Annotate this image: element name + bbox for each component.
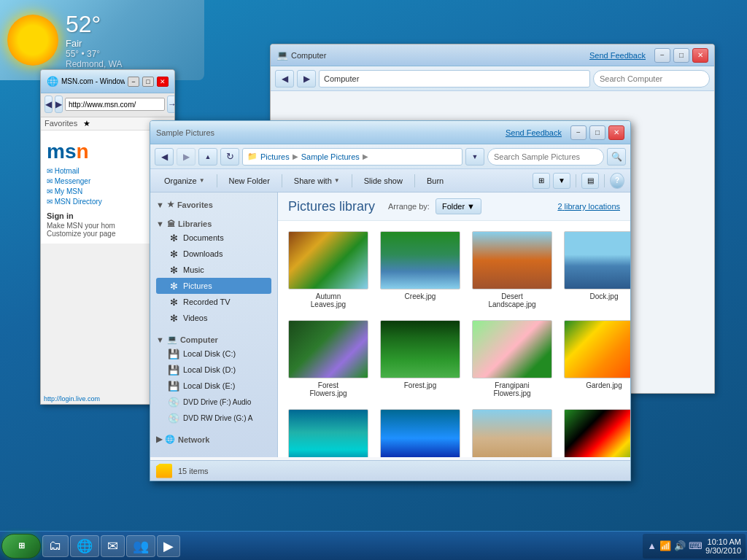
dvdrw-g-label: DVD RW Drive (G:) A [183, 414, 252, 422]
pictures-maximize-button[interactable]: □ [589, 125, 605, 140]
pictures-path-pictures[interactable]: Pictures [260, 152, 290, 161]
taskbar-item-media[interactable]: ▶ [157, 535, 180, 557]
sidebar-item-local-disk-e[interactable]: 💾 Local Disk (E:) [156, 378, 271, 394]
computer-close-button[interactable]: ✕ [692, 48, 708, 63]
ie-favorites-label[interactable]: Favorites [44, 119, 77, 128]
ie-forward-button[interactable]: ▶ [55, 96, 63, 113]
photo-item-autumn-leaves[interactable]: AutumnLeaves.jpg [285, 228, 371, 311]
nav-pane: ▼ ★ Favorites ▼ 🏛 Libraries ✻ [150, 192, 278, 457]
pictures-search-button[interactable]: 🔍 [607, 148, 626, 166]
libraries-section: ▼ 🏛 Libraries ✻ Documents ✻ Downloads [150, 212, 277, 327]
organize-button[interactable]: Organize ▼ [156, 172, 213, 190]
sidebar-item-dvd-rw-g[interactable]: 💿 DVD RW Drive (G:) A [156, 410, 271, 426]
photo-item-forest-flowers[interactable]: ForestFlowers.jpg [285, 317, 371, 400]
ie-go-button[interactable]: → [167, 96, 175, 113]
computer-search-input[interactable] [593, 70, 710, 88]
computer-forward-button[interactable]: ▶ [297, 70, 316, 88]
pictures-browse-button[interactable]: ▼ [465, 148, 484, 166]
clock-time: 10:10 AM [705, 537, 741, 546]
share-arrow: ▼ [334, 177, 340, 184]
sidebar-item-videos[interactable]: ✻ Videos [156, 310, 271, 326]
pictures-address-bar[interactable]: 📁 Pictures ▶ Sample Pictures ▶ [242, 148, 462, 166]
computer-location: Computer [324, 74, 359, 83]
pictures-nav-bar: ◀ ▶ ▲ ↻ 📁 Pictures ▶ Sample Pictures ▶ ▼… [150, 144, 630, 169]
tray-arrow-icon[interactable]: ▲ [647, 540, 657, 551]
libraries-header[interactable]: ▼ 🏛 Libraries [156, 217, 271, 230]
tray-network-icon[interactable]: 📶 [659, 540, 671, 551]
photo-item-garden[interactable]: Garden.jpg [561, 317, 630, 400]
pictures-forward-button[interactable]: ▶ [177, 148, 196, 166]
sidebar-item-documents[interactable]: ✻ Documents [156, 230, 271, 246]
pictures-minimize-button[interactable]: − [570, 125, 587, 140]
ie-minimize-button[interactable]: − [128, 77, 139, 87]
share-with-button[interactable]: Share with ▼ [286, 172, 348, 190]
library-locations-link[interactable]: 2 library locations [557, 202, 620, 211]
sidebar-item-local-disk-d[interactable]: 💾 Local Disk (D:) [156, 362, 271, 378]
photo-item-creek[interactable]: Creek.jpg [377, 228, 463, 311]
photo-label-forest: Forest.jpg [404, 381, 436, 389]
pictures-up-button[interactable]: ▲ [198, 148, 217, 166]
weather-condition: Fair [66, 38, 123, 49]
taskbar-item-explorer[interactable]: 🗂 [42, 535, 69, 557]
favorites-header[interactable]: ▼ ★ Favorites [156, 197, 271, 211]
computer-header[interactable]: ▼ 💻 Computer [156, 332, 271, 346]
disk-d-icon: 💾 [168, 364, 179, 376]
ie-close-button[interactable]: ✕ [157, 77, 169, 87]
tray-keyboard-icon[interactable]: ⌨ [689, 540, 703, 551]
photo-item-desert[interactable]: DesertLandscape.jpg [469, 228, 555, 311]
nav-scroll: ▼ ★ Favorites ▼ 🏛 Libraries ✻ [150, 192, 277, 447]
photo-item-toco-toucan[interactable]: Toco Toucan.jpg [561, 406, 630, 457]
start-button[interactable]: ⊞ [1, 534, 41, 559]
computer-maximize-button[interactable]: □ [673, 48, 689, 63]
tray-volume-icon[interactable]: 🔊 [674, 540, 686, 551]
ie-address-input[interactable] [65, 98, 165, 111]
photo-item-frangipani[interactable]: FrangipaniFlowers.jpg [469, 317, 555, 400]
network-header[interactable]: ▶ 🌐 Network [156, 432, 271, 446]
dvd-f-icon: 💿 [168, 396, 179, 408]
pictures-close-button[interactable]: ✕ [608, 125, 624, 140]
photo-item-green-sea[interactable]: Green Sea [285, 406, 371, 457]
help-button[interactable]: ? [610, 173, 624, 189]
photo-label-frangipani: FrangipaniFlowers.jpg [493, 381, 530, 397]
pictures-send-feedback[interactable]: Send Feedback [506, 128, 562, 137]
taskbar-item-people[interactable]: 👥 [126, 535, 155, 557]
libraries-icon: 🏛 [167, 219, 175, 228]
ie-back-button[interactable]: ◀ [44, 96, 53, 113]
photo-label-autumn: AutumnLeaves.jpg [311, 292, 346, 308]
photo-item-humpback[interactable]: Humpback [377, 406, 463, 457]
new-folder-button[interactable]: New Folder [221, 172, 278, 190]
photo-label-garden: Garden.jpg [586, 381, 622, 389]
weather-info: 52° Fair 55° • 37° Redmond, WA [66, 11, 123, 69]
computer-minimize-button[interactable]: − [654, 48, 670, 63]
computer-icon: 💻 [276, 50, 288, 61]
arrange-by-button[interactable]: Folder ▼ [436, 198, 481, 214]
ie-add-favorites[interactable]: ★ [83, 119, 90, 128]
photo-item-forest[interactable]: Forest.jpg [377, 317, 463, 400]
local-disk-c-label: Local Disk (C:) [183, 349, 236, 358]
toolbar-right: ⊞ ▼ ▤ ? [533, 173, 624, 189]
sidebar-item-pictures[interactable]: ✻ Pictures [156, 278, 271, 294]
photo-item-dock[interactable]: Dock.jpg [561, 228, 630, 311]
preview-pane-button[interactable]: ▤ [581, 173, 599, 189]
sidebar-item-music[interactable]: ✻ Music [156, 262, 271, 278]
taskbar-item-mail[interactable]: ✉ [101, 535, 125, 557]
pictures-refresh-button[interactable]: ↻ [220, 148, 239, 166]
sidebar-item-dvd-drive-f[interactable]: 💿 DVD Drive (F:) Audio [156, 394, 271, 410]
pictures-back-button[interactable]: ◀ [155, 148, 174, 166]
sidebar-item-local-disk-c[interactable]: 💾 Local Disk (C:) [156, 346, 271, 362]
burn-button[interactable]: Burn [419, 172, 452, 190]
sidebar-item-downloads[interactable]: ✻ Downloads [156, 246, 271, 262]
view-large-icons-button[interactable]: ⊞ [533, 173, 550, 189]
pictures-path-sample[interactable]: Sample Pictures [301, 152, 360, 161]
sidebar-item-recorded-tv[interactable]: ✻ Recorded TV [156, 294, 271, 310]
photo-item-oryx[interactable]: Oryx [469, 406, 555, 457]
computer-address-bar[interactable]: Computer [319, 70, 590, 88]
taskbar-item-ie[interactable]: 🌐 [70, 535, 99, 557]
network-chevron: ▶ [156, 435, 162, 444]
computer-send-feedback[interactable]: Send Feedback [589, 51, 646, 60]
computer-back-button[interactable]: ◀ [275, 70, 294, 88]
ie-maximize-button[interactable]: □ [142, 77, 154, 87]
pictures-search-input[interactable] [487, 148, 604, 166]
slide-show-button[interactable]: Slide show [356, 172, 411, 190]
view-dropdown-button[interactable]: ▼ [553, 173, 570, 189]
